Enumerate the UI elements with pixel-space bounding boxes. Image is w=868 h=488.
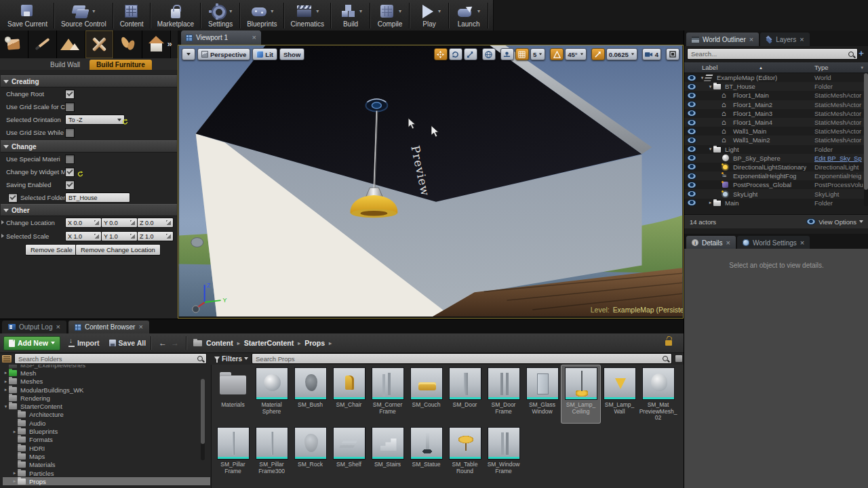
- remove-change-location-button[interactable]: Remove Change Location: [75, 244, 161, 256]
- close-icon[interactable]: ×: [138, 323, 142, 331]
- folder-tree-row[interactable]: Architecture: [3, 411, 210, 419]
- outliner-row[interactable]: Floor1_Main3 StaticMeshActor: [684, 109, 868, 118]
- remove-scale-button[interactable]: Remove Scale: [25, 244, 78, 256]
- folder-tree-row[interactable]: Audio: [3, 419, 210, 427]
- selected-scale-x-field[interactable]: X 1.0: [65, 231, 102, 241]
- folder-tree-row[interactable]: HDRI: [3, 444, 210, 452]
- sources-toggle-icon[interactable]: [2, 355, 12, 363]
- scale-snap-value[interactable]: 0.0625: [606, 48, 637, 60]
- lit-mode-button[interactable]: Lit: [252, 48, 277, 60]
- asset-tile[interactable]: SM_Window Frame: [484, 425, 523, 476]
- expand-arrow-icon[interactable]: [12, 429, 18, 434]
- expand-arrow-icon[interactable]: [3, 404, 9, 409]
- use-special-material-checkbox[interactable]: [65, 155, 75, 164]
- close-icon[interactable]: ×: [56, 323, 60, 331]
- visibility-eye-icon[interactable]: [687, 75, 696, 81]
- expand-arrow-icon[interactable]: [1, 220, 4, 224]
- chevron-down-icon[interactable]: ▾: [477, 8, 481, 14]
- lock-icon[interactable]: [665, 340, 672, 346]
- close-icon[interactable]: ×: [800, 36, 804, 43]
- show-flags-button[interactable]: Show: [279, 48, 304, 60]
- save-all-button[interactable]: Save All: [109, 339, 146, 347]
- asset-tile[interactable]: SM_Pillar Frame300: [252, 425, 291, 476]
- expand-arrow-icon[interactable]: [1, 234, 4, 238]
- outliner-row[interactable]: DirectionalLightStationary DirectionalLi…: [684, 163, 868, 171]
- tab-details[interactable]: i Details ×: [686, 236, 736, 249]
- asset-tile[interactable]: SM_Door: [446, 365, 484, 423]
- visibility-eye-icon[interactable]: [687, 119, 696, 126]
- folder-tree-row[interactable]: Maps: [3, 452, 210, 460]
- back-button[interactable]: ←: [157, 338, 169, 348]
- tool-mode-button[interactable]: [85, 30, 114, 58]
- change-location-x-field[interactable]: X 0.0: [65, 218, 102, 228]
- expand-field-icon[interactable]: [130, 220, 135, 225]
- outliner-row[interactable]: Floor1_Main StaticMeshActor: [684, 91, 868, 100]
- folder-tree-row[interactable]: Particles: [3, 469, 210, 477]
- expand-arrow-icon[interactable]: [707, 84, 713, 89]
- asset-tile[interactable]: SM_Couch: [407, 365, 446, 423]
- visibility-eye-icon[interactable]: [687, 182, 696, 188]
- column-type[interactable]: Type: [814, 64, 829, 71]
- outliner-row[interactable]: Floor1_Main2 StaticMeshActor: [684, 100, 868, 109]
- tool-mode-button[interactable]: [114, 30, 142, 58]
- visibility-eye-icon[interactable]: [687, 137, 696, 144]
- rotate-tool-button[interactable]: [449, 48, 462, 60]
- asset-tile[interactable]: SM_Mat PreviewMesh_ 02: [639, 365, 677, 423]
- world-coordinate-button[interactable]: [482, 48, 496, 60]
- toolbar-button[interactable]: ▾ Settings: [203, 0, 238, 31]
- folder-tree-row[interactable]: Props: [3, 477, 210, 485]
- viewport-3d-view[interactable]: Preview Z Y Level: ExampleMap (Persisten…: [178, 45, 684, 319]
- asset-tile[interactable]: SM_Glass Window: [523, 365, 561, 423]
- save-search-icon[interactable]: [675, 355, 682, 362]
- angle-snap-button[interactable]: [550, 48, 564, 60]
- surface-snap-button[interactable]: [500, 48, 514, 60]
- angle-snap-value[interactable]: 45°: [565, 48, 586, 60]
- asset-tile[interactable]: SM_Chair: [330, 365, 368, 423]
- outliner-row[interactable]: Floor1_Main4 StaticMeshActor: [684, 118, 868, 127]
- close-icon[interactable]: ×: [800, 239, 804, 247]
- visibility-eye-icon[interactable]: [687, 155, 696, 161]
- close-icon[interactable]: ×: [726, 239, 730, 247]
- breadcrumb-item[interactable]: Props: [304, 339, 336, 347]
- tab-output-log[interactable]: Output Log ×: [2, 321, 66, 333]
- sort-ascending-icon[interactable]: ▴: [760, 65, 762, 70]
- camera-speed-button[interactable]: 4: [642, 48, 661, 60]
- grid-snap-value[interactable]: 5: [530, 48, 545, 60]
- visibility-eye-icon[interactable]: [687, 110, 696, 117]
- visibility-eye-icon[interactable]: [687, 128, 696, 135]
- expand-field-icon[interactable]: [94, 220, 99, 225]
- asset-tile[interactable]: SM_Lamp_ Wall: [600, 365, 639, 423]
- outliner-row[interactable]: Wall1_Main StaticMeshActor: [684, 127, 868, 136]
- asset-tile[interactable]: SM_Shelf: [330, 425, 368, 476]
- chevron-down-icon[interactable]: ▾: [399, 8, 403, 14]
- toolbar-button[interactable]: ▾ Launch: [451, 0, 486, 31]
- use-grid-scale-checkbox[interactable]: [65, 102, 75, 112]
- expand-arrow-icon[interactable]: [3, 387, 9, 392]
- chevron-down-icon[interactable]: ▾: [92, 8, 96, 14]
- move-tool-button[interactable]: [434, 48, 448, 60]
- section-header-creating[interactable]: Creating: [1, 75, 177, 87]
- expand-field-icon[interactable]: [94, 234, 99, 239]
- expand-field-icon[interactable]: [166, 220, 171, 225]
- folder-tree-row[interactable]: Meshes: [3, 378, 210, 386]
- asset-tile[interactable]: SM_Statue: [407, 425, 446, 476]
- asset-tile[interactable]: SM_Pillar Frame: [214, 425, 252, 476]
- expand-arrow-icon[interactable]: [12, 470, 18, 476]
- tab-world-settings[interactable]: World Settings ×: [737, 236, 810, 249]
- folder-tree-row[interactable]: ModularBuildings_WK: [3, 386, 210, 394]
- outliner-row[interactable]: BT_House Folder: [684, 82, 868, 91]
- section-header-change[interactable]: Change: [1, 140, 177, 152]
- chevron-down-icon[interactable]: ▾: [271, 8, 275, 14]
- selected-folder-input[interactable]: BT_House: [65, 192, 130, 203]
- expand-arrow-icon[interactable]: [707, 146, 713, 152]
- outliner-scrollbar[interactable]: [864, 73, 868, 206]
- toolbar-button[interactable]: ▾ Compile: [372, 0, 408, 31]
- tab-build-furniture[interactable]: Build Furniture: [90, 60, 152, 70]
- folder-tree-row[interactable]: Materials: [3, 461, 210, 469]
- close-icon[interactable]: ×: [252, 34, 256, 41]
- chevron-down-icon[interactable]: ▾: [359, 8, 363, 14]
- folder-tree-row[interactable]: Blueprints: [3, 427, 210, 435]
- column-options-icon[interactable]: ▾: [861, 65, 863, 70]
- tool-mode-button[interactable]: [28, 30, 57, 58]
- expand-arrow-icon[interactable]: [12, 479, 18, 484]
